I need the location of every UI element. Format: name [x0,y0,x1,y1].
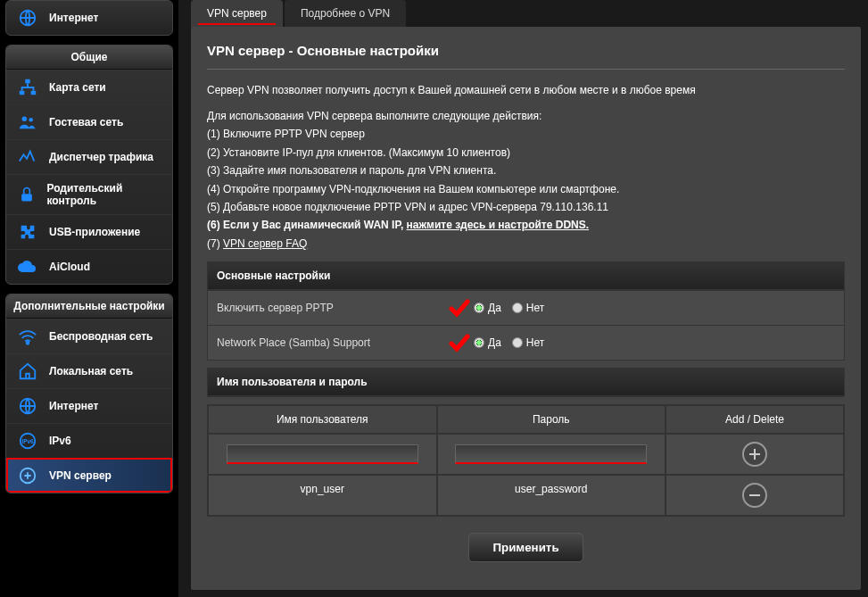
svg-point-7 [27,342,29,344]
col-action: Add / Delete [665,405,844,434]
globe-icon [15,396,40,416]
sidebar-header-general: Общие [6,46,172,70]
svg-rect-3 [31,91,36,95]
sidebar-label: VPN сервер [49,469,112,482]
pptp-radio-no[interactable]: Нет [512,302,544,314]
faq-link[interactable]: VPN сервер FAQ [223,237,307,250]
network-map-icon [15,78,40,97]
cloud-icon [15,257,40,277]
svg-text:IPv6: IPv6 [21,438,34,444]
ddns-link[interactable]: нажмите здесь и настройте DDNS. [407,219,590,231]
setup-steps: Для использования VPN сервера выполните … [207,107,845,253]
sidebar-item-parental-control[interactable]: Родительский контроль [6,174,172,214]
user-table: Имя пользователя Пароль Add / Delete vpn… [207,404,845,517]
sidebar-label: USB-приложение [49,226,140,238]
delete-button[interactable] [742,483,767,508]
sidebar-item-wireless[interactable]: Беспроводная сеть [6,319,172,353]
samba-radio-no[interactable]: Нет [512,336,544,349]
sidebar-item-wan[interactable]: Интернет [6,388,172,423]
col-username: Имя пользователя [208,405,437,434]
globe-icon [15,8,40,28]
sidebar-label: Родительский контроль [46,182,163,207]
sidebar-item-vpn-server[interactable]: VPN сервер [6,458,172,493]
sidebar-label: Карта сети [49,81,106,94]
check-icon [449,333,474,352]
sidebar-label: AiCloud [49,261,90,273]
lock-icon [15,185,37,204]
traffic-icon [15,147,40,167]
sidebar-item-ipv6[interactable]: IPv6 IPv6 [6,423,172,458]
svg-rect-2 [20,91,25,95]
pptp-radio-yes[interactable]: Да [474,302,501,314]
sidebar-label: Интернет [49,400,98,412]
sidebar-label: Беспроводная сеть [49,330,153,343]
vpn-icon [15,466,40,485]
svg-point-5 [29,118,33,122]
samba-label: Network Place (Samba) Support [217,336,449,349]
sidebar-label: Диспетчер трафика [49,151,153,163]
wifi-icon [15,327,40,346]
sidebar-header-advanced: Дополнительные настройки [6,294,172,319]
active-arrow-icon [172,460,173,492]
cell-password: user_password [437,475,666,516]
ipv6-icon: IPv6 [15,431,40,451]
section-user-header: Имя пользователя и пароль [208,369,844,396]
puzzle-icon [15,222,40,242]
username-input[interactable] [227,444,418,464]
sidebar-label: Гостевая сеть [49,116,123,129]
page-title: VPN сервер - Основные настройки [207,43,845,70]
sidebar-item-lan[interactable]: Локальная сеть [6,353,172,388]
add-button[interactable] [742,442,767,467]
samba-radio-yes[interactable]: Да [474,336,501,349]
sidebar-item-internet-top[interactable]: Интернет [6,1,172,35]
apply-button[interactable]: Применить [468,533,583,562]
users-icon [15,112,40,132]
content-panel: VPN сервер - Основные настройки Сервер V… [191,27,861,590]
tab-vpn-details[interactable]: Подробнее о VPN [285,0,406,27]
sidebar-item-network-map[interactable]: Карта сети [6,70,172,104]
password-input[interactable] [455,444,647,464]
sidebar-item-aicloud[interactable]: AiCloud [6,249,172,284]
intro-text: Сервер VPN позволяет получить доступ к В… [207,82,845,98]
sidebar-item-guest-network[interactable]: Гостевая сеть [6,104,172,139]
sidebar-label: IPv6 [49,435,71,447]
col-password: Пароль [437,405,666,434]
section-basic-header: Основные настройки [208,262,844,290]
enable-pptp-label: Включить сервер PPTP [217,302,449,314]
active-underline [198,23,276,25]
check-icon [449,298,474,318]
sidebar-label: Локальная сеть [49,365,133,377]
tab-vpn-server[interactable]: VPN сервер [191,0,283,27]
svg-point-4 [22,117,27,122]
home-icon [15,361,40,381]
sidebar-label: Интернет [49,12,98,24]
svg-rect-1 [25,79,30,84]
tab-bar: VPN сервер Подробнее о VPN [191,0,861,27]
cell-username: vpn_user [208,475,437,516]
sidebar-item-traffic-manager[interactable]: Диспетчер трафика [6,139,172,174]
sidebar-item-usb-app[interactable]: USB-приложение [6,214,172,249]
svg-rect-6 [21,194,32,201]
